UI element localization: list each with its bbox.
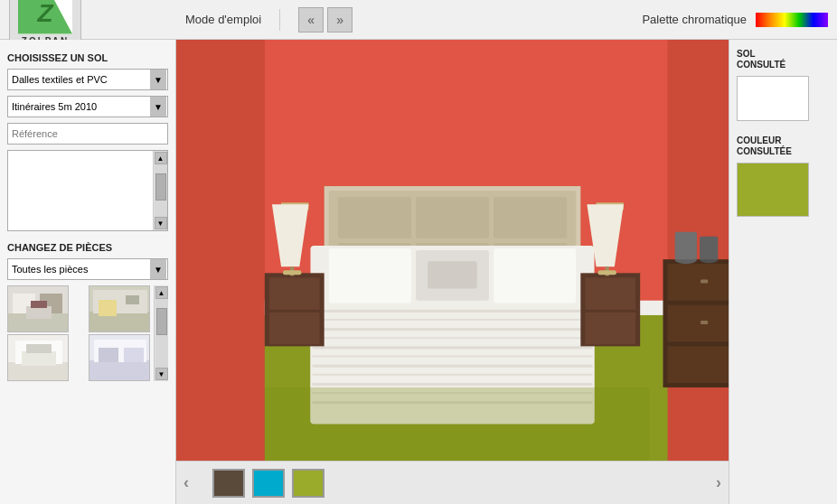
sol-type-select[interactable]: Dalles textiles et PVC	[7, 69, 168, 90]
next-arrow-button[interactable]: »	[327, 7, 353, 33]
svg-rect-71	[701, 321, 708, 324]
right-panel: SOLCONSULTÉ COULEURCONSULTÉE	[729, 40, 837, 504]
svg-rect-65	[598, 270, 616, 275]
room-image	[176, 40, 729, 461]
scroll-track	[155, 164, 167, 217]
svg-rect-77	[265, 387, 649, 461]
svg-rect-53	[269, 277, 320, 309]
top-bar-right: Palette chromatique	[629, 13, 828, 27]
room-grid	[7, 285, 168, 381]
svg-rect-30	[416, 197, 489, 238]
section-pieces-label: CHANGEZ DE PIÈCES	[7, 242, 168, 253]
room-scroll-track	[155, 299, 168, 368]
room-thumb-4[interactable]	[89, 334, 150, 381]
sol-consulte-label: SOLCONSULTÉ	[737, 49, 830, 70]
logo-z: Z	[37, 0, 52, 28]
svg-rect-40	[428, 261, 477, 288]
svg-rect-47	[313, 365, 593, 368]
svg-rect-5	[31, 301, 47, 308]
sol-list-box: ▲ ▼	[7, 150, 168, 231]
svg-rect-43	[313, 328, 593, 331]
swatch-nav-right-icon[interactable]: ›	[716, 473, 721, 492]
room-scroll-down-icon[interactable]: ▼	[155, 368, 168, 380]
svg-rect-69	[668, 346, 729, 383]
dropdown-pieces[interactable]: Toutes les pièces ▼	[7, 258, 168, 280]
svg-rect-75	[700, 237, 718, 259]
nav-arrows: « »	[298, 7, 353, 33]
svg-rect-42	[313, 319, 593, 321]
svg-rect-48	[313, 374, 593, 376]
svg-rect-14	[22, 351, 56, 366]
swatch-cyan[interactable]	[252, 469, 285, 498]
room-thumb-2[interactable]	[89, 285, 150, 332]
svg-rect-70	[701, 279, 708, 283]
svg-rect-73	[675, 232, 697, 259]
room-thumb-1[interactable]	[7, 285, 69, 332]
svg-rect-45	[313, 346, 593, 349]
couleur-consultee-box	[737, 163, 809, 217]
svg-rect-56	[585, 277, 635, 309]
svg-rect-41	[313, 310, 593, 313]
scroll-up-icon[interactable]: ▲	[155, 152, 167, 164]
svg-marker-24	[176, 40, 265, 461]
scroll-thumb[interactable]	[155, 173, 166, 201]
svg-rect-57	[585, 313, 635, 344]
sol-collection-select[interactable]: Itinéraires 5m 2010	[7, 96, 168, 117]
sol-consulte-box	[737, 76, 809, 121]
nav-divider	[279, 9, 280, 31]
mode-emploi-link[interactable]: Mode d'emploi	[185, 13, 261, 26]
top-bar: Z ZOLPAN Mode d'emploi « » Palette chrom…	[0, 0, 837, 40]
svg-rect-46	[313, 356, 593, 358]
room-thumb-scrollbar: ▲ ▼	[154, 285, 168, 381]
swatches-bar: ‹ ›	[176, 461, 729, 504]
svg-rect-49	[313, 383, 593, 386]
svg-rect-19	[99, 348, 118, 362]
svg-rect-29	[338, 197, 411, 238]
svg-rect-31	[494, 197, 567, 238]
svg-rect-54	[269, 313, 320, 344]
top-bar-center: Mode d'emploi « »	[185, 7, 629, 33]
svg-rect-67	[668, 264, 729, 301]
svg-rect-68	[668, 305, 729, 342]
svg-rect-61	[283, 270, 301, 275]
svg-rect-44	[313, 337, 593, 339]
dropdown-sol-type[interactable]: Dalles textiles et PVC ▼	[7, 69, 168, 90]
center-area: ‹ ›	[176, 40, 729, 504]
sol-list-scrollbar: ▲ ▼	[153, 151, 167, 230]
palette-color-strip[interactable]	[756, 13, 828, 27]
svg-rect-10	[126, 295, 139, 304]
swatch-brown[interactable]	[212, 469, 245, 498]
couleur-consultee-label: COULEURCONSULTÉE	[737, 135, 830, 157]
svg-rect-17	[89, 360, 150, 381]
room-scroll-thumb[interactable]	[156, 308, 167, 335]
room-scroll-up-icon[interactable]: ▲	[155, 286, 168, 299]
svg-rect-4	[26, 306, 52, 319]
room-scene-svg	[176, 40, 729, 461]
main-content: CHOISISSEZ UN SOL Dalles textiles et PVC…	[0, 40, 837, 504]
swatch-nav-left-icon[interactable]: ‹	[183, 473, 189, 492]
dropdown-sol-collection[interactable]: Itinéraires 5m 2010 ▼	[7, 96, 168, 117]
palette-label: Palette chromatique	[642, 13, 747, 26]
svg-rect-20	[124, 348, 144, 362]
swatch-olive[interactable]	[292, 469, 324, 498]
room-thumbnails-container: ▲ ▼	[7, 285, 168, 381]
svg-rect-38	[494, 248, 576, 303]
prev-arrow-button[interactable]: «	[298, 7, 324, 33]
svg-rect-15	[26, 344, 52, 353]
svg-rect-37	[329, 248, 411, 303]
scroll-down-icon[interactable]: ▼	[155, 217, 167, 229]
reference-input[interactable]	[7, 123, 168, 145]
section-sol-label: CHOISISSEZ UN SOL	[7, 52, 168, 63]
sidebar: CHOISISSEZ UN SOL Dalles textiles et PVC…	[0, 40, 176, 504]
svg-rect-9	[99, 300, 117, 316]
room-thumb-3[interactable]	[7, 334, 69, 381]
pieces-select[interactable]: Toutes les pièces	[7, 258, 168, 280]
